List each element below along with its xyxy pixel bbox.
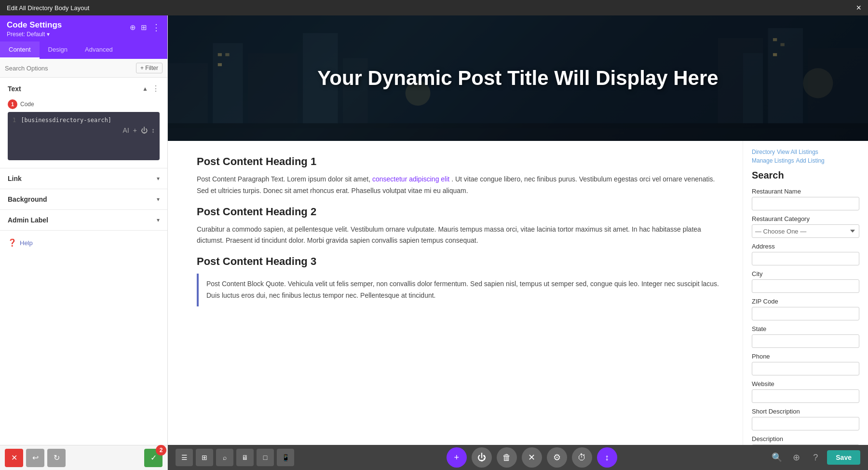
save-button[interactable]: Save <box>827 450 860 465</box>
post-link[interactable]: consectetur adipiscing elit <box>372 175 449 183</box>
sidebar-search-title: Search <box>752 170 859 181</box>
post-heading-1: Post Content Heading 1 <box>197 155 728 168</box>
post-blockquote: Post Content Block Quote. Vehicula velit… <box>197 274 728 306</box>
label-phone: Phone <box>752 353 859 360</box>
input-website[interactable] <box>752 389 859 403</box>
field-short-description: Short Description <box>752 408 859 430</box>
toolbar-search-icon-btn[interactable]: 🔍 <box>769 450 785 465</box>
input-restaurant-name[interactable] <box>752 197 859 210</box>
top-bar-title: Edit All Directory Body Layout <box>7 4 89 12</box>
settings-button[interactable]: ⚙ <box>547 447 567 468</box>
content-area: Post Content Heading 1 Post Content Para… <box>168 141 868 445</box>
nav-link-directory[interactable]: Directory <box>752 149 775 155</box>
power-code-button[interactable]: ⏻ <box>141 126 148 134</box>
arrows-code-button[interactable]: ↕ <box>151 126 155 134</box>
power-button[interactable]: ⏻ <box>472 447 492 468</box>
toolbar-left: ☰ ⊞ ⌕ 🖥 □ 📱 <box>176 449 294 466</box>
close-element-button[interactable]: ✕ <box>522 447 542 468</box>
input-state[interactable] <box>752 334 859 348</box>
tab-design[interactable]: Design <box>40 41 76 59</box>
panel-content: Text ▲ ⋮ 1 Code 1[businessdirectory-sear… <box>0 78 167 445</box>
delete-button[interactable]: 🗑 <box>497 447 517 468</box>
section-text-header[interactable]: Text ▲ ⋮ <box>0 78 167 99</box>
input-phone[interactable] <box>752 362 859 375</box>
toolbar-mobile-btn[interactable]: 📱 <box>277 449 294 466</box>
help-icon: ❓ <box>8 238 17 247</box>
toolbar-desktop-btn[interactable]: 🖥 <box>236 449 254 466</box>
field-state: State <box>752 325 859 348</box>
label-short-description: Short Description <box>752 408 859 415</box>
confirm-button-wrapper: ✓ 2 <box>144 449 163 467</box>
input-city[interactable] <box>752 279 859 293</box>
badge-2: 2 <box>156 445 166 456</box>
tab-content[interactable]: Content <box>0 41 40 59</box>
tab-advanced[interactable]: Advanced <box>76 41 122 59</box>
columns-icon[interactable]: ⊞ <box>141 23 147 32</box>
label-website: Website <box>752 380 859 387</box>
chevron-down-icon[interactable]: ▾ <box>47 31 50 38</box>
section-admin-label: Admin Label ▾ <box>0 210 167 231</box>
field-restaurant-name: Restaurant Name <box>752 188 859 210</box>
toolbar-center: + ⏻ 🗑 ✕ ⚙ ⏱ ↕ <box>447 447 617 468</box>
section-more-icon[interactable]: ⋮ <box>152 84 160 93</box>
close-icon[interactable]: × <box>856 3 861 13</box>
chevron-down-icon-admin: ▾ <box>157 217 160 223</box>
cancel-button[interactable]: ✕ <box>5 449 23 467</box>
label-description: Description <box>752 435 859 442</box>
section-link-header[interactable]: Link ▾ <box>0 168 167 189</box>
top-bar: Edit All Directory Body Layout × <box>0 0 868 15</box>
panel-subtitle: Preset: Default ▾ <box>7 31 62 38</box>
toolbar-help-icon-btn[interactable]: ? <box>808 450 823 465</box>
search-bar: + Filter <box>0 59 167 78</box>
sidebar-nav: Directory View All Listings Manage Listi… <box>752 149 859 164</box>
filter-button[interactable]: + Filter <box>136 63 163 73</box>
toolbar-menu-btn[interactable]: ☰ <box>176 449 193 466</box>
toolbar-right: 🔍 ⊕ ? Save <box>769 450 860 465</box>
post-para-2: Curabitur a commodo sapien, at pellentes… <box>197 224 728 247</box>
input-address[interactable] <box>752 252 859 265</box>
field-address: Address <box>752 243 859 265</box>
toolbar-grid-btn[interactable]: ⊞ <box>196 449 213 466</box>
help-section[interactable]: ❓ Help <box>0 231 167 255</box>
left-panel: Code Settings Preset: Default ▾ ⊕ ⊞ ⋮ Co… <box>0 15 168 470</box>
chevron-down-icon: ▾ <box>157 175 160 182</box>
sort-button[interactable]: ↕ <box>597 447 617 468</box>
section-background: Background ▾ <box>0 189 167 210</box>
undo-button[interactable]: ↩ <box>26 449 44 467</box>
search-input[interactable] <box>5 65 136 72</box>
post-heading-2: Post Content Heading 2 <box>197 206 728 218</box>
post-heading-3: Post Content Heading 3 <box>197 255 728 268</box>
badge-1: 1 <box>8 99 17 109</box>
ai-button[interactable]: AI <box>123 126 129 134</box>
code-editor-toolbar: AI + ⏻ ↕ <box>13 124 155 134</box>
post-para-1: Post Content Paragraph Text. Lorem ipsum… <box>197 174 728 197</box>
code-label: 1 Code <box>8 99 160 109</box>
input-short-description[interactable] <box>752 417 859 430</box>
input-zip[interactable] <box>752 307 859 320</box>
post-content: Post Content Heading 1 Post Content Para… <box>168 141 743 445</box>
nav-link-add[interactable]: Add Listing <box>796 157 824 164</box>
field-website: Website <box>752 380 859 403</box>
field-restaurant-category: Restaurant Category — Choose One — <box>752 215 859 238</box>
field-phone: Phone <box>752 353 859 375</box>
label-address: Address <box>752 243 859 250</box>
history-button[interactable]: ⏱ <box>572 447 592 468</box>
add-element-button[interactable]: + <box>447 447 467 468</box>
code-editor[interactable]: 1[businessdirectory-search] AI + ⏻ ↕ <box>8 112 160 160</box>
toolbar-search-btn[interactable]: ⌕ <box>216 449 233 466</box>
nav-link-view-all[interactable]: View All Listings <box>777 149 818 155</box>
sidebar: Directory View All Listings Manage Listi… <box>743 141 868 445</box>
more-icon[interactable]: ⋮ <box>152 22 161 33</box>
add-code-button[interactable]: + <box>133 126 137 134</box>
select-restaurant-category[interactable]: — Choose One — <box>752 224 859 238</box>
field-zip: ZIP Code <box>752 298 859 320</box>
section-background-header[interactable]: Background ▾ <box>0 189 167 209</box>
toolbar-add-icon-btn[interactable]: ⊕ <box>788 450 804 465</box>
toolbar-tablet-btn[interactable]: □ <box>257 449 274 466</box>
label-zip: ZIP Code <box>752 298 859 305</box>
target-icon[interactable]: ⊕ <box>130 23 136 32</box>
redo-button[interactable]: ↻ <box>47 449 66 467</box>
nav-link-manage[interactable]: Manage Listings <box>752 157 794 164</box>
section-admin-header[interactable]: Admin Label ▾ <box>0 210 167 230</box>
bottom-bar: ✕ ↩ ↻ ✓ 2 <box>0 445 167 470</box>
